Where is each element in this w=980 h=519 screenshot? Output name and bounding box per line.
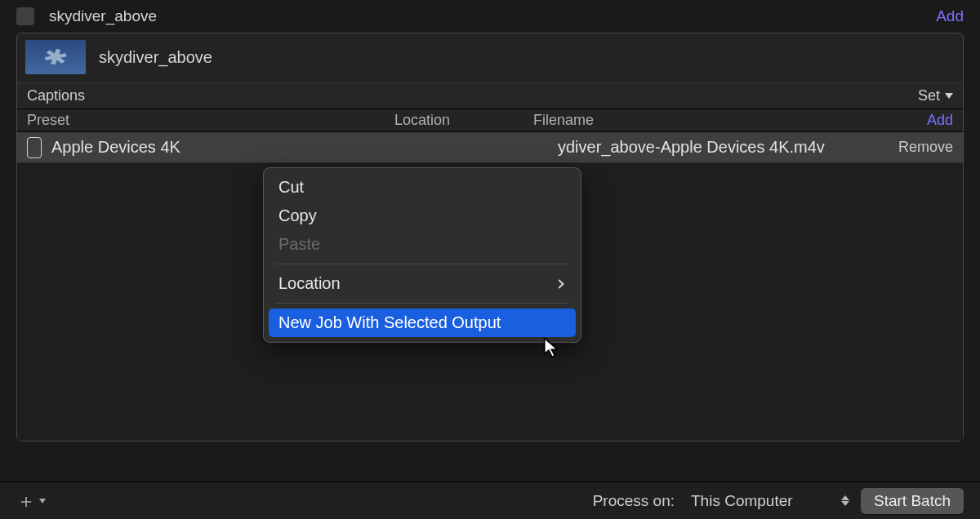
process-on-select[interactable]: This Computer — [684, 490, 840, 512]
process-on-value: This Computer — [691, 492, 793, 510]
footer-bar: ＋ Process on: This Computer Start Batch — [0, 481, 980, 519]
window-title: skydiver_above — [49, 7, 157, 25]
plus-icon: ＋ — [16, 491, 36, 511]
menu-copy-label: Copy — [278, 206, 317, 225]
process-on-label: Process on: — [593, 492, 675, 510]
chevron-down-icon — [39, 499, 46, 503]
menu-cut-label: Cut — [278, 178, 304, 197]
column-preset: Preset — [27, 112, 394, 129]
chevron-down-icon — [945, 93, 953, 99]
menu-separator-2 — [275, 303, 569, 304]
preset-value: Apple Devices 4K — [51, 138, 394, 157]
chevron-right-icon — [555, 279, 564, 288]
menu-new-job[interactable]: New Job With Selected Output — [269, 308, 576, 337]
preset-row[interactable]: Apple Devices 4K ydiver_above-Apple Devi… — [17, 132, 963, 163]
menu-new-job-label: New Job With Selected Output — [278, 313, 501, 332]
menu-separator — [275, 264, 569, 264]
captions-label: Captions — [27, 87, 85, 104]
add-menu-button[interactable]: ＋ — [16, 491, 46, 511]
window-header: skydiver_above Add — [0, 0, 980, 33]
column-location: Location — [394, 112, 533, 129]
column-filename: Filename — [533, 112, 927, 129]
app-icon — [16, 7, 34, 25]
menu-paste: Paste — [269, 230, 576, 259]
column-header-row: Preset Location Filename Add — [17, 109, 963, 132]
menu-location[interactable]: Location — [269, 269, 576, 298]
job-title: skydiver_above — [99, 48, 212, 67]
menu-paste-label: Paste — [278, 235, 320, 254]
job-header: skydiver_above — [17, 33, 963, 82]
add-job-link[interactable]: Add — [936, 7, 964, 25]
remove-button[interactable]: Remove — [895, 139, 956, 156]
job-thumbnail[interactable] — [25, 40, 86, 74]
captions-set-button[interactable]: Set — [918, 87, 953, 104]
filename-value: ydiver_above-Apple Devices 4K.m4v — [394, 138, 895, 157]
add-preset-link[interactable]: Add — [927, 112, 953, 129]
device-icon — [27, 137, 42, 158]
captions-set-label: Set — [918, 87, 940, 104]
process-stepper-icon[interactable] — [841, 495, 849, 506]
menu-cut[interactable]: Cut — [269, 173, 576, 202]
context-menu: Cut Copy Paste Location New Job With Sel… — [263, 167, 581, 343]
menu-location-label: Location — [278, 274, 341, 293]
captions-row: Captions Set — [17, 82, 963, 109]
menu-copy[interactable]: Copy — [269, 202, 576, 230]
start-batch-button[interactable]: Start Batch — [861, 488, 964, 514]
